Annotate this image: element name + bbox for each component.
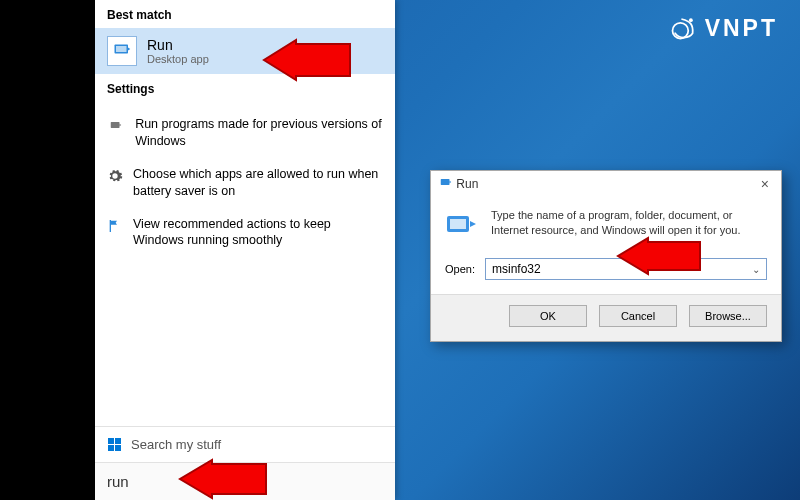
windows-logo-icon bbox=[107, 438, 121, 452]
settings-item-maintenance[interactable]: View recommended actions to keep Windows… bbox=[95, 208, 395, 258]
svg-point-0 bbox=[672, 23, 688, 39]
search-result-run[interactable]: Run Desktop app bbox=[95, 28, 395, 74]
settings-header: Settings bbox=[95, 74, 395, 102]
run-result-subtitle: Desktop app bbox=[147, 53, 209, 65]
left-black-strip bbox=[0, 0, 95, 500]
settings-item-text: View recommended actions to keep Windows… bbox=[133, 216, 383, 250]
search-my-stuff-label: Search my stuff bbox=[131, 437, 221, 452]
close-icon[interactable]: × bbox=[757, 176, 773, 192]
settings-item-text: Choose which apps are allowed to run whe… bbox=[133, 166, 383, 200]
run-title-icon bbox=[439, 175, 453, 192]
svg-rect-7 bbox=[450, 219, 466, 229]
svg-point-1 bbox=[689, 18, 693, 22]
search-input[interactable] bbox=[107, 473, 383, 490]
best-match-header: Best match bbox=[95, 0, 395, 28]
settings-item-text: Run programs made for previous versions … bbox=[135, 116, 383, 150]
vnpt-logo: VNPT bbox=[669, 14, 778, 42]
open-label: Open: bbox=[445, 263, 475, 275]
run-dialog-icon bbox=[445, 208, 479, 242]
flag-icon bbox=[107, 216, 123, 250]
run-dialog: Run × Type the name of a program, folder… bbox=[430, 170, 782, 342]
run-result-title: Run bbox=[147, 37, 209, 53]
run-dialog-description: Type the name of a program, folder, docu… bbox=[491, 208, 767, 242]
browse-button[interactable]: Browse... bbox=[689, 305, 767, 327]
vnpt-mark-icon bbox=[669, 14, 697, 42]
chevron-down-icon[interactable]: ⌄ bbox=[752, 264, 760, 275]
svg-rect-3 bbox=[116, 46, 127, 52]
run-app-icon bbox=[107, 36, 137, 66]
run-small-icon bbox=[107, 116, 125, 150]
svg-rect-5 bbox=[441, 179, 450, 185]
search-my-stuff[interactable]: Search my stuff bbox=[95, 426, 395, 462]
settings-item-battery[interactable]: Choose which apps are allowed to run whe… bbox=[95, 158, 395, 208]
run-dialog-title: Run bbox=[456, 177, 478, 191]
open-field[interactable]: ⌄ bbox=[485, 258, 767, 280]
start-search-panel: Best match Run Desktop app Settings Run … bbox=[95, 0, 395, 500]
search-input-row[interactable] bbox=[95, 462, 395, 500]
open-input[interactable] bbox=[492, 262, 752, 276]
settings-item-compat[interactable]: Run programs made for previous versions … bbox=[95, 108, 395, 158]
run-dialog-titlebar[interactable]: Run × bbox=[431, 171, 781, 196]
gear-icon bbox=[107, 166, 123, 200]
vnpt-logo-text: VNPT bbox=[705, 15, 778, 42]
svg-rect-4 bbox=[111, 122, 120, 128]
ok-button[interactable]: OK bbox=[509, 305, 587, 327]
cancel-button[interactable]: Cancel bbox=[599, 305, 677, 327]
settings-list: Run programs made for previous versions … bbox=[95, 102, 395, 257]
